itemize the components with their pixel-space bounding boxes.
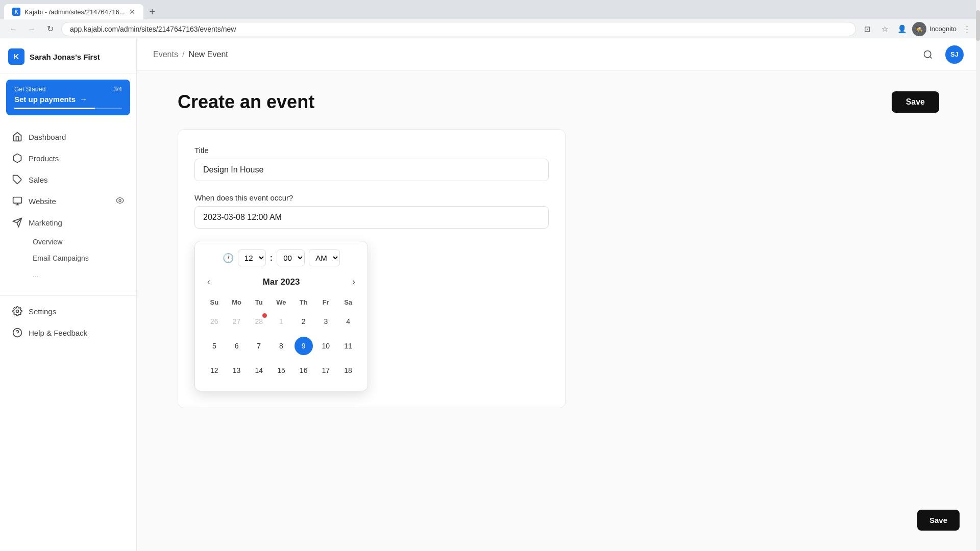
calendar-week-3: 12 13 14 15 16 17 18: [203, 358, 359, 383]
cal-day-8[interactable]: 8: [272, 337, 290, 355]
bullhorn-icon: [12, 217, 22, 228]
day-fr: Fr: [315, 295, 337, 309]
cal-day-3[interactable]: 3: [316, 312, 335, 331]
address-bar[interactable]: app.kajabi.com/admin/sites/2147647163/ev…: [61, 22, 856, 36]
progress-fill: [14, 108, 95, 109]
get-started-title: Set up payments →: [14, 95, 122, 104]
bookmark-btn[interactable]: ☆: [877, 22, 892, 36]
save-button-top[interactable]: Save: [892, 91, 939, 113]
page-header: Create an event Save: [178, 91, 939, 113]
profile-btn[interactable]: 👤: [895, 22, 909, 36]
cal-day-16[interactable]: 16: [295, 361, 313, 380]
prev-month-btn[interactable]: ‹: [203, 274, 214, 289]
cal-day-6[interactable]: 6: [228, 337, 246, 355]
settings-label: Settings: [29, 307, 56, 316]
hour-select[interactable]: 12 1 2: [238, 249, 266, 266]
cal-day-9[interactable]: 9: [295, 337, 313, 355]
cal-day-1: 1: [272, 312, 290, 331]
sidebar-item-overview[interactable]: Overview: [24, 234, 136, 250]
get-started-card[interactable]: Get Started 3/4 Set up payments →: [6, 80, 130, 115]
site-name: Sarah Jonas's First: [30, 53, 100, 61]
cal-day-13[interactable]: 13: [228, 361, 246, 380]
title-label: Title: [194, 146, 549, 155]
user-avatar[interactable]: SJ: [945, 45, 964, 64]
refresh-btn[interactable]: ↻: [43, 22, 57, 36]
when-input[interactable]: [194, 206, 549, 229]
browser-actions: ⊡ ☆ 👤 🕵 Incognito ⋮: [860, 22, 974, 36]
svg-point-5: [16, 310, 19, 313]
day-sa: Sa: [337, 295, 359, 309]
sidebar-item-sales[interactable]: Sales: [4, 169, 132, 190]
browser-tabs: K Kajabi - /admin/sites/214764716... ✕ +: [0, 0, 980, 19]
day-tu: Tu: [248, 295, 270, 309]
when-group: When does this event occur?: [194, 193, 549, 229]
sidebar-scroll: Dashboard Products: [0, 121, 136, 551]
save-button-bottom[interactable]: Save: [917, 510, 960, 531]
day-we: We: [270, 295, 292, 309]
sidebar-item-email-campaigns[interactable]: Email Campaigns: [24, 250, 136, 266]
period-select[interactable]: AM PM: [309, 249, 340, 266]
forward-btn[interactable]: →: [24, 22, 39, 36]
time-colon: :: [270, 254, 273, 263]
sidebar-item-marketing[interactable]: Marketing: [4, 212, 132, 233]
back-btn[interactable]: ←: [6, 22, 20, 36]
dashboard-label: Dashboard: [29, 133, 66, 141]
browser-chrome: K Kajabi - /admin/sites/214764716... ✕ +…: [0, 0, 980, 38]
tab-favicon: K: [12, 8, 20, 16]
page-content: Create an event Save Title When does thi…: [137, 71, 980, 551]
calendar-grid: Su Mo Tu We Th Fr Sa: [203, 295, 359, 383]
calendar-week-1: 26 27 28 1 2 3: [203, 309, 359, 334]
cal-day-7[interactable]: 7: [250, 337, 268, 355]
house-icon: [12, 132, 22, 142]
new-tab-button[interactable]: +: [145, 4, 160, 19]
svg-line-9: [930, 56, 932, 58]
website-label: Website: [29, 197, 56, 206]
question-icon: [12, 328, 22, 338]
cal-day-18[interactable]: 18: [339, 361, 357, 380]
cal-day-26[interactable]: 26: [205, 312, 224, 331]
sidebar-divider: [0, 291, 136, 291]
app-container: K Sarah Jonas's First Get Started 3/4 Se…: [0, 38, 980, 551]
eye-icon: [116, 196, 124, 206]
title-input[interactable]: [194, 159, 549, 181]
search-button[interactable]: [919, 45, 937, 64]
sidebar-item-website[interactable]: Website: [4, 191, 132, 211]
products-label: Products: [29, 154, 59, 163]
cast-btn[interactable]: ⊡: [860, 22, 874, 36]
cal-day-14[interactable]: 14: [250, 361, 268, 380]
get-started-top: Get Started 3/4: [14, 86, 122, 93]
tab-close-btn[interactable]: ✕: [129, 8, 135, 16]
minute-select[interactable]: 00 15 30 45: [277, 249, 305, 266]
browser-controls: ← → ↻ app.kajabi.com/admin/sites/2147647…: [0, 19, 980, 38]
marketing-subitems: Overview Email Campaigns ...: [0, 234, 136, 283]
progress-bar: [14, 108, 122, 109]
when-label: When does this event occur?: [194, 193, 549, 202]
cal-day-27[interactable]: 27: [228, 312, 246, 331]
more-btn[interactable]: ⋮: [960, 22, 974, 36]
sidebar-item-help[interactable]: Help & Feedback: [4, 322, 132, 343]
day-th: Th: [292, 295, 315, 309]
top-bar: Events / New Event SJ: [137, 38, 980, 71]
cal-day-12[interactable]: 12: [205, 361, 224, 380]
incognito-badge: 🕵: [912, 22, 926, 36]
top-bar-actions: SJ: [919, 45, 964, 64]
cal-day-17[interactable]: 17: [316, 361, 335, 380]
cal-day-10[interactable]: 10: [316, 337, 335, 355]
cal-day-11[interactable]: 11: [339, 337, 357, 355]
time-row: 🕐 12 1 2 : 00 15 30 45: [203, 249, 359, 266]
sidebar-item-dashboard[interactable]: Dashboard: [4, 127, 132, 147]
cal-day-2[interactable]: 2: [295, 312, 313, 331]
cal-day-4[interactable]: 4: [339, 312, 357, 331]
cal-day-15[interactable]: 15: [272, 361, 290, 380]
breadcrumb-events-link[interactable]: Events: [153, 50, 178, 59]
browser-tab-active[interactable]: K Kajabi - /admin/sites/214764716... ✕: [4, 4, 143, 19]
kajabi-logo: K: [8, 48, 24, 65]
cal-day-5[interactable]: 5: [205, 337, 224, 355]
page-title: Create an event: [178, 91, 314, 113]
sidebar-item-settings[interactable]: Settings: [4, 301, 132, 321]
get-started-title-text: Set up payments: [14, 95, 76, 104]
sidebar-item-products[interactable]: Products: [4, 148, 132, 168]
sidebar-item-funnels[interactable]: ...: [24, 266, 136, 283]
calendar-days-row: Su Mo Tu We Th Fr Sa: [203, 295, 359, 309]
next-month-btn[interactable]: ›: [348, 274, 359, 289]
